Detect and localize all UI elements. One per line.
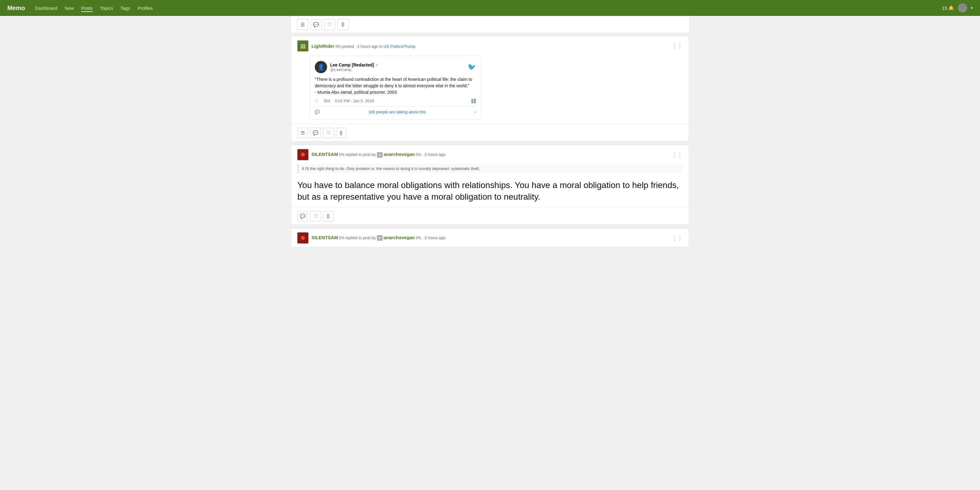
replied-username[interactable]: anarchovegan: [384, 151, 415, 157]
replied-percent: 0%: [416, 153, 421, 157]
tweet-name[interactable]: Lee Camp [Redacted]: [330, 62, 374, 67]
tweet-info-icon: ℹ️: [471, 99, 476, 103]
section-divider-2: [291, 225, 689, 227]
like-button[interactable]: ♡: [324, 19, 335, 30]
reply2-time: · 2 hours ago: [422, 235, 445, 240]
tweet-handle: @LeeCamp: [330, 67, 379, 72]
tweet-stats: ♡ 354 5:01 PM · Jan 5, 2019 ℹ️: [315, 99, 476, 103]
tweet-time: 5:01 PM · Jan 5, 2019: [335, 99, 374, 103]
replied-context: It IS the right thing to do. Only proble…: [298, 164, 682, 173]
site-logo[interactable]: Memo: [7, 5, 25, 12]
post-meta: LightRider 0% posted · 2 hours ago in US…: [312, 43, 668, 49]
tweet-avatar: 👤: [315, 61, 327, 73]
list-view-action-button[interactable]: ☰: [298, 128, 308, 138]
top-toolbar: ☰ 💬 ♡ ₿: [291, 16, 689, 33]
reply-post-meta: SILENTSAM 0% replied to post by ▤ anarch…: [312, 151, 668, 158]
tweet-talking[interactable]: 💬 169 people are talking about this ›: [315, 110, 476, 114]
nav-tags[interactable]: Tags: [120, 4, 130, 12]
post-preposition: in: [379, 44, 382, 49]
navbar: Memo Dashboard New Posts Topics Tags Pro…: [0, 0, 980, 16]
replied2-username[interactable]: anarchovegan: [384, 235, 415, 240]
post2-avatar-red: 🔴: [298, 232, 309, 243]
nav-profiles[interactable]: Profiles: [137, 4, 153, 12]
post-card-reply: 🔴 SILENTSAM 0% replied to post by ▤ anar…: [291, 144, 689, 225]
post-avatar-red: 🔴: [298, 149, 309, 160]
tweet-header: 👤 Lee Camp [Redacted] ✓ @LeeCamp 🐦: [315, 61, 476, 73]
reply2-username[interactable]: SILENTSAM: [312, 235, 338, 240]
post-body-large: You have to balance moral obligations wi…: [291, 176, 689, 208]
nav-dashboard[interactable]: Dashboard: [35, 4, 57, 12]
tweet-divider: 💬 169 people are talking about this ›: [315, 106, 476, 114]
bell-icon: 🔔: [948, 5, 954, 11]
post-card-reply2: 🔴 SILENTSAM 0% replied to post by ▤ anar…: [291, 227, 689, 247]
reply-time: · 2 hours ago: [422, 152, 445, 157]
post-action: posted: [342, 44, 354, 49]
comment-action-button[interactable]: 💬: [310, 128, 321, 138]
talking-count: 169 people are talking about this: [368, 110, 426, 114]
nav-right: 15 🔔 ▾: [942, 3, 973, 13]
grid-icon[interactable]: ⋮⋮: [671, 43, 682, 49]
twitter-icon: 🐦: [468, 63, 476, 71]
post-card: ▤ LightRider 0% posted · 2 hours ago in …: [291, 36, 689, 142]
reply-percent: 0%: [339, 153, 344, 157]
reply-action-toolbar: 💬 ♡ ₿: [291, 208, 689, 224]
notification-count[interactable]: 15 🔔: [942, 5, 954, 11]
post-percent: 0%: [336, 45, 341, 49]
tweet-embed: 👤 Lee Camp [Redacted] ✓ @LeeCamp 🐦 "Ther…: [310, 56, 481, 119]
reply-action: replied to post by: [345, 152, 377, 157]
chevron-down-icon[interactable]: ▾: [971, 6, 973, 10]
tweet-name-row: Lee Camp [Redacted] ✓: [330, 62, 379, 67]
replied2-percent: 0%: [416, 236, 421, 240]
tweet-user: 👤 Lee Camp [Redacted] ✓ @LeeCamp: [315, 61, 379, 73]
like-action-button[interactable]: ♡: [323, 128, 334, 138]
list-view-button[interactable]: ☰: [297, 19, 308, 30]
reply-username[interactable]: SILENTSAM: [312, 151, 338, 157]
verified-icon: ✓: [375, 62, 379, 67]
section-divider: [291, 142, 689, 144]
post-avatar: ▤: [298, 40, 309, 51]
bitcoin-action-button[interactable]: ₿: [336, 128, 346, 138]
tweet-body: "There is a profound contradiction at th…: [315, 76, 476, 95]
reply-grid-icon[interactable]: ⋮⋮: [671, 151, 682, 158]
tweet-likes: 354: [323, 99, 330, 103]
reply2-post-meta: SILENTSAM 0% replied to post by ▤ anarch…: [312, 235, 668, 241]
reply-header: 🔴 SILENTSAM 0% replied to post by ▤ anar…: [291, 144, 689, 164]
replied2-avatar: ▤: [377, 235, 382, 241]
tweet-like-icon: ♡: [315, 99, 318, 103]
post-category[interactable]: US Politics/Trump: [384, 44, 415, 49]
bitcoin-button[interactable]: ₿: [337, 19, 348, 30]
reply2-grid-icon[interactable]: ⋮⋮: [671, 235, 682, 241]
nav-links: Dashboard New Posts Topics Tags Profiles: [35, 4, 942, 12]
post-username[interactable]: LightRider: [312, 43, 334, 49]
post-action-toolbar: ☰ 💬 ♡ ₿: [291, 124, 689, 141]
reply2-header: 🔴 SILENTSAM 0% replied to post by ▤ anar…: [291, 228, 689, 247]
reply-bitcoin-button[interactable]: ₿: [323, 211, 334, 221]
nav-posts[interactable]: Posts: [81, 4, 93, 12]
reply-like-button[interactable]: ♡: [310, 211, 321, 221]
replied-avatar: ▤: [377, 152, 382, 158]
comment-button[interactable]: 💬: [310, 19, 321, 30]
post-time: · 2 hours ago: [355, 44, 378, 49]
avatar[interactable]: [958, 3, 967, 13]
tweet-user-info: Lee Camp [Redacted] ✓ @LeeCamp: [330, 62, 379, 72]
post-header: ▤ LightRider 0% posted · 2 hours ago in …: [291, 36, 689, 56]
reply-comment-button[interactable]: 💬: [298, 211, 308, 221]
reply2-action: replied to post by: [345, 235, 377, 240]
chevron-right-icon: ›: [475, 110, 476, 114]
talking-icon: 💬: [315, 110, 320, 114]
nav-new[interactable]: New: [65, 4, 74, 12]
reply2-percent: 0%: [339, 236, 344, 240]
nav-topics[interactable]: Topics: [100, 4, 113, 12]
